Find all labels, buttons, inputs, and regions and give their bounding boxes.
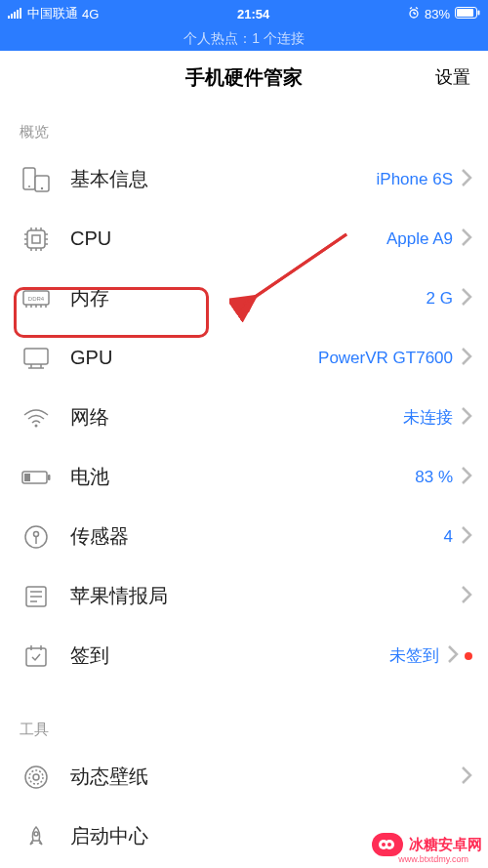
row-value: 4 [444, 527, 453, 547]
row-label: 动态壁纸 [70, 764, 461, 790]
gpu-icon [20, 342, 53, 375]
row-label: 内存 [70, 285, 427, 311]
hotspot-label: 个人热点：1 个连接 [183, 30, 305, 48]
memory-icon: DDR4 [20, 282, 53, 315]
row-checkin[interactable]: 签到 未签到 [0, 626, 488, 685]
row-value: PowerVR GT7600 [318, 349, 453, 368]
svg-rect-2 [14, 12, 16, 19]
row-cpu[interactable]: CPU Apple A9 [0, 209, 488, 269]
row-value: iPhone 6S [377, 170, 453, 189]
notification-dot [465, 652, 472, 660]
row-battery[interactable]: 电池 83 % [0, 447, 488, 507]
row-label: 传感器 [70, 523, 444, 550]
chevron-right-icon [461, 287, 472, 310]
row-value: Apple A9 [386, 229, 453, 249]
svg-text:DDR4: DDR4 [28, 296, 45, 302]
cpu-icon [20, 223, 53, 256]
row-value: 2 G [427, 289, 453, 309]
svg-point-57 [29, 770, 43, 784]
section-tools-header: 工具 [0, 713, 488, 747]
row-value: 未签到 [389, 644, 439, 667]
watermark: 冰糖安卓网 [372, 833, 482, 856]
chevron-right-icon [461, 585, 472, 608]
svg-rect-53 [26, 648, 46, 666]
watermark-text: 冰糖安卓网 [409, 836, 482, 854]
svg-point-48 [34, 531, 39, 536]
page-title: 手机硬件管家 [185, 64, 303, 91]
chevron-right-icon [461, 227, 472, 251]
svg-point-58 [33, 774, 39, 780]
svg-point-16 [28, 186, 30, 187]
status-time: 21:54 [237, 7, 269, 21]
svg-rect-45 [24, 474, 30, 481]
sensor-icon [20, 520, 53, 554]
svg-rect-18 [32, 235, 40, 243]
svg-rect-17 [27, 230, 45, 248]
row-label: 网络 [70, 404, 403, 431]
row-network[interactable]: 网络 未连接 [0, 388, 488, 447]
svg-rect-3 [17, 10, 19, 19]
network-label: 4G [82, 7, 99, 21]
chevron-right-icon [461, 525, 472, 549]
chevron-right-icon [461, 765, 472, 789]
chevron-right-icon [461, 406, 472, 430]
svg-point-15 [41, 186, 43, 188]
row-label: 基本信息 [70, 166, 377, 192]
svg-rect-44 [48, 475, 51, 480]
wallpaper-icon [20, 761, 53, 794]
row-label: 苹果情报局 [70, 583, 461, 609]
svg-rect-0 [8, 16, 10, 19]
calendar-icon [20, 640, 53, 673]
row-value: 83 % [415, 468, 453, 487]
row-memory[interactable]: DDR4 内存 2 G [0, 269, 488, 328]
status-left: 中国联通 4G [8, 5, 99, 22]
chevron-right-icon [461, 168, 472, 191]
battery-row-icon [20, 461, 53, 494]
row-intel[interactable]: 苹果情报局 [0, 566, 488, 626]
hotspot-bar[interactable]: 个人热点：1 个连接 [0, 27, 488, 51]
svg-rect-4 [20, 8, 21, 19]
row-basic-info[interactable]: 基本信息 iPhone 6S [0, 149, 488, 209]
status-right: 83% [408, 7, 480, 21]
svg-point-66 [382, 843, 386, 847]
row-sensors[interactable]: 传感器 4 [0, 507, 488, 566]
row-label: 签到 [70, 642, 389, 669]
row-gpu[interactable]: GPU PowerVR GT7600 [0, 328, 488, 388]
row-wallpaper[interactable]: 动态壁纸 [0, 747, 488, 806]
carrier-label: 中国联通 [27, 5, 78, 22]
row-value: 未连接 [403, 406, 453, 429]
svg-point-59 [34, 832, 38, 836]
svg-rect-1 [11, 14, 13, 19]
svg-point-67 [387, 843, 391, 847]
watermark-badge [372, 833, 403, 856]
news-icon [20, 580, 53, 613]
alarm-icon [408, 7, 420, 21]
signal-icon [8, 7, 23, 21]
status-bar: 中国联通 4G 21:54 83% [0, 0, 488, 27]
svg-rect-38 [24, 349, 48, 364]
nav-bar: 手机硬件管家 设置 [0, 51, 488, 103]
row-label: 电池 [70, 464, 415, 490]
battery-icon [455, 7, 480, 21]
svg-line-8 [410, 7, 412, 9]
rocket-icon [20, 820, 53, 853]
chevron-right-icon [461, 466, 472, 489]
battery-pct: 83% [425, 7, 450, 21]
svg-point-42 [35, 424, 38, 427]
svg-line-9 [416, 7, 418, 9]
svg-rect-12 [478, 10, 480, 15]
settings-button[interactable]: 设置 [435, 65, 470, 89]
chevron-right-icon [461, 347, 472, 370]
svg-rect-11 [457, 9, 473, 17]
row-label: GPU [70, 347, 318, 369]
chevron-right-icon [447, 644, 459, 668]
device-icon [20, 163, 53, 196]
row-label: CPU [70, 227, 386, 250]
wifi-icon [20, 401, 53, 434]
section-overview-header: 概览 [0, 103, 488, 149]
